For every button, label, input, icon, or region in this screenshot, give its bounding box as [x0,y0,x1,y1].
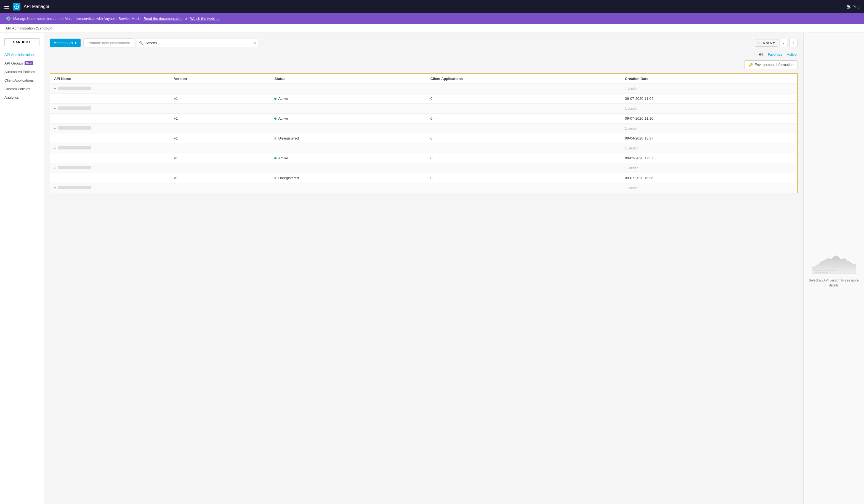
filter-tabs: All Favorites Active [50,52,798,57]
banner-icon: ⚙️ [5,16,11,21]
creation-date-cell: 09-07-2020 16:36 [621,173,797,183]
status-dot [274,177,276,179]
sandbox-button[interactable]: SANDBOX [4,38,39,46]
status-dot [274,137,276,139]
table-row[interactable]: v1 Active 0 09-07-2020 11:04 [50,94,797,104]
toolbar: Manage API ▾ Promote from environment 🔍 … [50,38,798,47]
table-group-row[interactable]: ▾ 1 version [50,104,797,114]
version-count: 1 version [621,163,797,173]
creation-date-cell: 09-04-2020 13:37 [621,133,797,143]
breadcrumb: API Administration (Sandbox) [0,24,864,33]
svg-rect-4 [815,272,828,273]
table-group-row[interactable]: ▾ 1 version [50,143,797,153]
filter-tab-active[interactable]: Active [787,52,797,57]
version-count: 1 version [621,104,797,114]
prev-page-button[interactable]: ‹ [780,39,788,47]
version-cell: v1 [170,133,271,143]
status-dot [274,118,276,120]
sidebar-item-custom-policies[interactable]: Custom Policies [0,85,44,93]
table-row[interactable]: v1 Active 0 09-03-2020 17:57 [50,153,797,163]
version-cell: v1 [170,153,271,163]
client-apps-cell: 0 [427,173,621,183]
app-title: API Manager [24,4,49,9]
version-cell: v1 [170,173,271,183]
anypoint-logo [13,3,21,11]
client-apps-cell: 0 [427,114,621,124]
ping-icon: 📡 [846,5,851,9]
status-dot [274,98,276,100]
api-name-blurred [58,186,91,189]
search-icon: 🔍 [139,41,144,45]
status-dot [274,157,276,159]
promote-from-env-button[interactable]: Promote from environment [83,38,134,47]
col-version: Version [170,74,271,84]
env-selector[interactable]: SANDBOX [0,36,44,48]
table-row[interactable]: v1 Unregistered 0 09-04-2020 13:37 [50,133,797,143]
api-name-cell [50,94,170,104]
table-group-row[interactable]: ▾ 1 version [50,84,797,94]
top-nav: API Manager 📡 Ping [0,0,864,13]
chart-svg [812,251,856,273]
status-cell: Unregistered [271,173,427,183]
expand-icon[interactable]: ▾ [54,146,56,150]
creation-date-cell: 09-03-2020 17:57 [621,153,797,163]
table-row[interactable]: v1 Active 0 09-07-2020 11:16 [50,114,797,124]
sidebar-item-api-groups[interactable]: API Groups New [0,59,44,67]
table-group-row[interactable]: ▾ 1 version [50,124,797,133]
api-name-cell [50,153,170,163]
read-docs-link[interactable]: Read the documentation [144,16,183,21]
api-name-cell [50,173,170,183]
version-count: 1 version [621,143,797,153]
pagination-dropdown-icon[interactable]: ▾ [773,41,775,45]
table-group-row[interactable]: ▾ 1 version [50,183,797,193]
table-group-row[interactable]: ▾ 1 version [50,163,797,173]
api-name-blurred [58,107,91,110]
filter-tab-favorites[interactable]: Favorites [768,52,782,57]
environment-info-button[interactable]: 🔑 Environment Information [744,60,798,69]
filter-tab-all[interactable]: All [759,52,764,57]
clear-search-icon[interactable]: × [253,40,256,46]
api-name-blurred [58,87,91,90]
client-apps-cell: 0 [427,153,621,163]
api-name-blurred [58,146,91,149]
status-cell: Active [271,94,427,104]
col-creation-date: Creation Date [621,74,797,84]
watch-webinar-link[interactable]: Watch the webinar [190,16,220,21]
search-input[interactable] [137,39,258,47]
expand-icon[interactable]: ▾ [54,107,56,111]
svg-marker-2 [812,256,856,273]
search-container: 🔍 × [137,39,258,47]
col-client-apps: Client Applications [427,74,621,84]
table-row[interactable]: v1 Unregistered 0 09-07-2020 16:36 [50,173,797,183]
hamburger-menu[interactable] [4,5,9,9]
sidebar-item-client-applications[interactable]: Client Applications [0,76,44,85]
key-icon: 🔑 [748,63,753,67]
right-panel: Select an API version to see more detail… [803,33,864,504]
version-count: 1 version [621,124,797,133]
version-count: 1 version [621,84,797,94]
svg-point-1 [16,6,17,7]
pagination-info: 1 - 6 of 6 ▾ [755,39,778,47]
service-mesh-banner: ⚙️ Manage Kubernetes-based non-Mule micr… [0,13,864,24]
expand-icon[interactable]: ▾ [54,126,56,131]
sidebar-item-automated-policies[interactable]: Automated Policies [0,67,44,76]
sidebar-item-api-administration[interactable]: API Administration [0,50,44,59]
status-text: Active [278,97,288,101]
expand-icon[interactable]: ▾ [54,186,56,190]
expand-icon[interactable]: ▾ [54,166,56,170]
api-name-blurred [58,126,91,130]
sidebar-item-analytics[interactable]: Analytics [0,93,44,102]
env-info-container: 🔑 Environment Information [50,60,798,69]
api-name-cell [50,133,170,143]
status-text: Active [278,156,288,160]
api-table: API Name Version Status Client Applicati… [50,73,798,193]
version-cell: v1 [170,114,271,124]
right-panel-hint: Select an API version to see more detail… [808,278,860,288]
sidebar: SANDBOX API Administration API Groups Ne… [0,33,44,504]
next-page-button[interactable]: › [790,39,798,47]
expand-icon[interactable]: ▾ [54,87,56,91]
main-content: Manage API ▾ Promote from environment 🔍 … [44,33,803,504]
manage-api-button[interactable]: Manage API ▾ [50,39,81,47]
col-api-name: API Name [50,74,170,84]
status-cell: Unregistered [271,133,427,143]
